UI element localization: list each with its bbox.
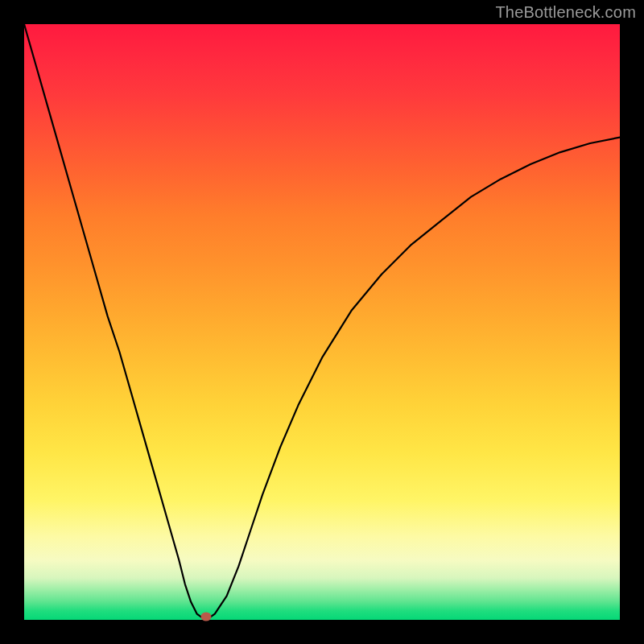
bottleneck-curve: [24, 24, 620, 618]
minimum-marker: [200, 613, 211, 621]
plot-area: [24, 24, 620, 620]
chart-frame: TheBottleneck.com: [0, 0, 644, 644]
watermark-text: TheBottleneck.com: [495, 3, 636, 22]
curve-svg: [24, 24, 620, 620]
